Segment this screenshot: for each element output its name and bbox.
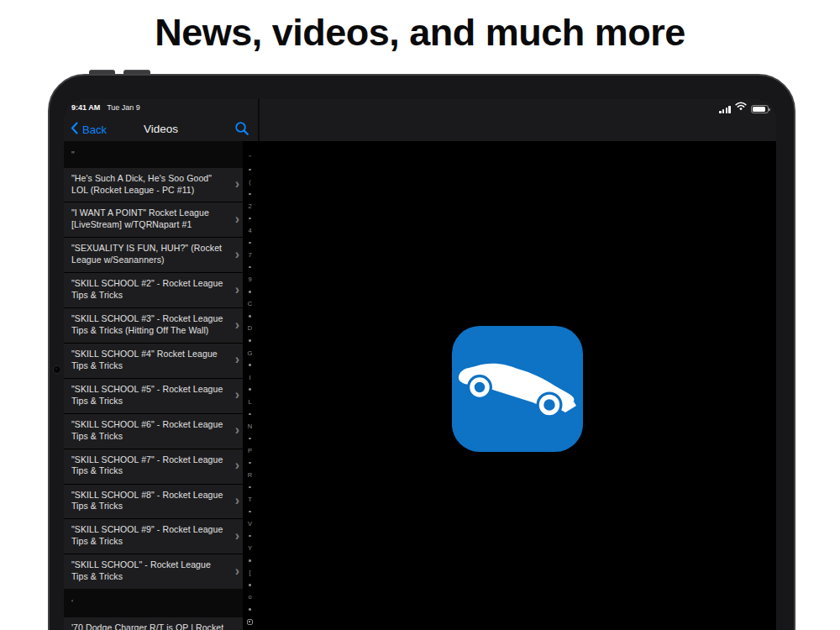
index-char: C xyxy=(248,298,252,311)
index-char: Y xyxy=(248,543,252,555)
chevron-right-icon: › xyxy=(235,423,239,437)
index-char: P xyxy=(248,444,252,457)
video-list-item[interactable]: "SKILL SCHOOL" - Rocket League Tips & Tr… xyxy=(64,554,243,589)
video-title: "I WANT A POINT" Rocket League [LiveStre… xyxy=(71,207,229,231)
status-time: 9:41 AM xyxy=(71,103,100,112)
chevron-right-icon: › xyxy=(235,318,239,332)
index-dot xyxy=(249,579,251,591)
status-bar-left: 9:41 AM Tue Jan 9 xyxy=(71,103,140,112)
index-dot xyxy=(249,481,251,494)
wifi-icon xyxy=(735,99,747,113)
index-char: [ xyxy=(249,567,250,580)
index-dot xyxy=(249,237,251,249)
index-dot xyxy=(249,310,251,323)
index-char: ( xyxy=(249,176,251,188)
video-list-item[interactable]: '70 Dodge Charger R/T is OP | Rocket Lea… xyxy=(64,617,243,630)
index-dot xyxy=(249,164,251,176)
index-dot xyxy=(249,188,251,201)
index-char: o xyxy=(248,591,251,604)
video-title: "SKILL SCHOOL #3" - Rocket League Tips &… xyxy=(71,313,229,337)
video-title: "SKILL SCHOOL" - Rocket League Tips & Tr… xyxy=(71,559,229,583)
index-grid-icon xyxy=(247,616,253,628)
index-char: I xyxy=(249,371,250,384)
index-char: N xyxy=(248,420,252,433)
front-camera xyxy=(53,365,61,374)
index-dot xyxy=(249,506,251,518)
battery-icon xyxy=(751,105,769,113)
nav-bar: Back Videos xyxy=(64,118,258,141)
video-title: "He's Such A Dick, He's Soo Good" LOL (R… xyxy=(71,173,229,197)
index-char: 2 xyxy=(248,200,251,213)
page-title: News, videos, and much more xyxy=(0,13,840,52)
rocket-league-app-icon xyxy=(452,326,583,452)
video-list-item[interactable]: "SKILL SCHOOL #6" - Rocket League Tips &… xyxy=(64,413,243,449)
video-list-item[interactable]: "SKILL SCHOOL #3" - Rocket League Tips &… xyxy=(64,307,243,343)
video-title: '70 Dodge Charger R/T is OP | Rocket Lea… xyxy=(71,622,229,630)
section-header-quote: " xyxy=(64,141,243,168)
index-char: V xyxy=(248,517,252,530)
index-dot xyxy=(249,261,251,274)
index-char: R xyxy=(248,469,252,481)
section-header-apostrophe: ' xyxy=(64,589,243,617)
chevron-right-icon: › xyxy=(235,529,239,543)
cellular-signal-icon xyxy=(719,106,731,113)
index-char: 7 xyxy=(248,249,251,261)
index-scrubber[interactable]: " ( 2 4 7 9 C D xyxy=(241,151,259,627)
index-char: " xyxy=(249,151,251,164)
index-char: 9 xyxy=(248,273,251,286)
index-dot xyxy=(249,334,251,347)
index-char: L xyxy=(248,396,251,408)
ipad-screen: 9:41 AM Tue Jan 9 xyxy=(64,99,776,630)
index-dot xyxy=(249,213,251,225)
index-char: D xyxy=(248,323,252,335)
index-dot xyxy=(249,457,251,470)
video-title: "SKILL SCHOOL #5" - Rocket League Tips &… xyxy=(71,384,229,407)
video-title: "SKILL SCHOOL #6" - Rocket League Tips &… xyxy=(71,419,229,443)
video-list-item[interactable]: "I WANT A POINT" Rocket League [LiveStre… xyxy=(64,202,243,237)
index-dot xyxy=(249,383,251,396)
index-dot xyxy=(249,603,251,616)
chevron-right-icon: › xyxy=(235,353,239,366)
video-title: "SKILL SCHOOL #2" - Rocket League Tips &… xyxy=(71,278,229,302)
video-title: "SKILL SCHOOL #8" - Rocket League Tips &… xyxy=(71,490,229,513)
index-dot xyxy=(249,433,251,445)
video-list-item[interactable]: "SKILL SCHOOL #7" - Rocket League Tips &… xyxy=(64,449,243,484)
video-list: " "He's Such A Dick, He's Soo Good" LOL … xyxy=(64,141,243,630)
video-title: "SEXUALITY IS FUN, HUH?" (Rocket League … xyxy=(71,243,229,266)
video-list-item[interactable]: "SKILL SCHOOL #2" - Rocket League Tips &… xyxy=(64,272,243,307)
chevron-right-icon: › xyxy=(235,248,239,261)
index-dot xyxy=(249,554,251,567)
index-dot xyxy=(249,286,251,298)
video-title: "SKILL SCHOOL #9" - Rocket League Tips &… xyxy=(71,524,229,548)
chevron-right-icon: › xyxy=(235,283,239,297)
chevron-right-icon: › xyxy=(235,177,239,191)
chevron-right-icon: › xyxy=(235,459,239,472)
index-dot xyxy=(249,359,251,371)
video-list-item[interactable]: "SKILL SCHOOL #9" - Rocket League Tips &… xyxy=(64,518,243,554)
status-date: Tue Jan 9 xyxy=(107,103,140,112)
panel-divider xyxy=(258,99,260,141)
video-list-item[interactable]: "SKILL SCHOOL #4" Rocket League Tips & T… xyxy=(64,343,243,378)
index-char: G xyxy=(248,347,253,360)
top-chrome: 9:41 AM Tue Jan 9 xyxy=(64,99,776,143)
index-char: T xyxy=(248,493,252,506)
ipad-frame: 9:41 AM Tue Jan 9 xyxy=(48,74,795,630)
chevron-right-icon: › xyxy=(235,388,239,402)
video-title: "SKILL SCHOOL #7" - Rocket League Tips &… xyxy=(71,454,229,478)
video-list-item[interactable]: "SKILL SCHOOL #5" - Rocket League Tips &… xyxy=(64,378,243,413)
nav-title: Videos xyxy=(64,118,258,141)
video-list-item[interactable]: "He's Such A Dick, He's Soo Good" LOL (R… xyxy=(64,168,243,202)
chevron-right-icon: › xyxy=(235,494,239,507)
chevron-right-icon: › xyxy=(235,627,239,630)
index-dot xyxy=(249,530,251,543)
chevron-right-icon: › xyxy=(235,564,239,578)
index-dot xyxy=(249,407,251,420)
video-title: "SKILL SCHOOL #4" Rocket League Tips & T… xyxy=(71,349,229,372)
chevron-right-icon: › xyxy=(235,213,239,226)
status-bar-right xyxy=(719,104,769,113)
search-icon[interactable] xyxy=(234,121,250,138)
index-char: 4 xyxy=(248,224,251,237)
video-list-item[interactable]: "SKILL SCHOOL #8" - Rocket League Tips &… xyxy=(64,484,243,519)
video-list-item[interactable]: "SEXUALITY IS FUN, HUH?" (Rocket League … xyxy=(64,237,243,272)
